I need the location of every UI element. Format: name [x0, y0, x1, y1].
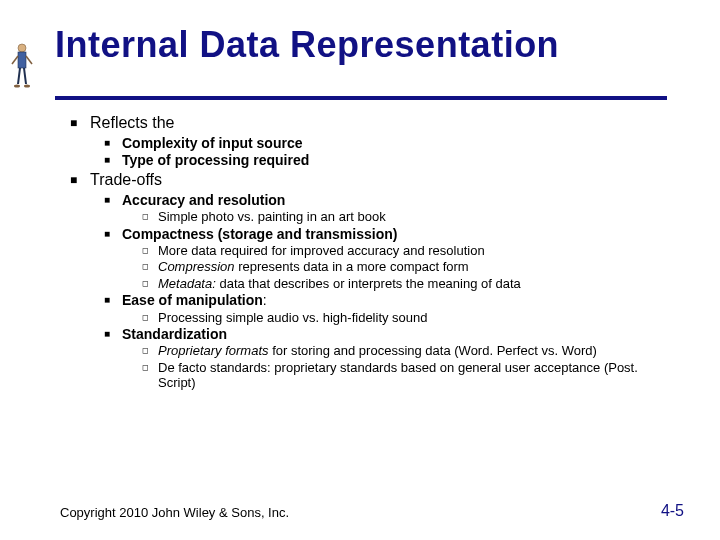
text-defacto: De facto standards: proprietary standard…	[158, 360, 638, 390]
text-standardization: Standardization	[122, 326, 227, 342]
bullet-ease: ■ Ease of manipulation:	[60, 292, 670, 309]
text-accuracy: Accuracy and resolution	[122, 192, 285, 208]
hollow-square-icon: ◻	[142, 363, 149, 372]
svg-rect-1	[18, 52, 26, 68]
square-bullet-icon: ■	[104, 294, 110, 306]
svg-line-2	[12, 56, 18, 64]
text-tradeoffs: Trade-offs	[90, 171, 162, 188]
footer-copyright: Copyright 2010 John Wiley & Sons, Inc.	[60, 505, 289, 520]
hollow-square-icon: ◻	[142, 346, 149, 355]
text-audio: Processing simple audio vs. high-fidelit…	[158, 310, 428, 325]
slide: Internal Data Representation ■ Reflects …	[0, 0, 720, 540]
svg-line-4	[18, 68, 20, 84]
text-metadata-em: Metadata:	[158, 276, 216, 291]
title-underline	[55, 96, 667, 100]
square-bullet-icon: ■	[104, 228, 110, 240]
bullet-moredata: ◻ More data required for improved accura…	[60, 243, 670, 258]
square-bullet-icon: ■	[104, 154, 110, 166]
bullet-defacto: ◻ De facto standards: proprietary standa…	[60, 360, 670, 391]
footer-page-number: 4-5	[661, 502, 684, 520]
text-proprietary-em: Proprietary formats	[158, 343, 269, 358]
bullet-reflects: ■ Reflects the	[60, 114, 670, 133]
text-compression-rest: represents data in a more compact form	[235, 259, 469, 274]
svg-line-3	[26, 56, 32, 64]
text-ease: Ease of manipulation	[122, 292, 263, 308]
text-photo: Simple photo vs. painting in an art book	[158, 209, 386, 224]
square-bullet-icon: ■	[70, 173, 77, 187]
svg-point-6	[14, 85, 20, 88]
bullet-proprietary: ◻ Proprietary formats for storing and pr…	[60, 343, 670, 358]
hollow-square-icon: ◻	[142, 279, 149, 288]
square-bullet-icon: ■	[70, 116, 77, 130]
hollow-square-icon: ◻	[142, 262, 149, 271]
slide-title: Internal Data Representation	[55, 24, 559, 66]
hollow-square-icon: ◻	[142, 246, 149, 255]
text-reflects: Reflects the	[90, 114, 174, 131]
square-bullet-icon: ■	[104, 194, 110, 206]
bullet-metadata: ◻ Metadata: data that describes or inter…	[60, 276, 670, 291]
bullet-audio: ◻ Processing simple audio vs. high-fidel…	[60, 310, 670, 325]
text-compression-em: Compression	[158, 259, 235, 274]
bullet-accuracy: ■ Accuracy and resolution	[60, 192, 670, 209]
hollow-square-icon: ◻	[142, 313, 149, 322]
slide-content: ■ Reflects the ■ Complexity of input sou…	[60, 112, 670, 391]
text-proprietary-rest: for storing and processing data (Word. P…	[269, 343, 597, 358]
hollow-square-icon: ◻	[142, 212, 149, 221]
square-bullet-icon: ■	[104, 137, 110, 149]
mascot-icon	[10, 42, 34, 92]
svg-point-0	[18, 44, 26, 52]
text-metadata-rest: data that describes or interprets the me…	[216, 276, 521, 291]
text-type: Type of processing required	[122, 152, 309, 168]
bullet-compression: ◻ Compression represents data in a more …	[60, 259, 670, 274]
bullet-complexity: ■ Complexity of input source	[60, 135, 670, 152]
bullet-type: ■ Type of processing required	[60, 152, 670, 169]
bullet-photo: ◻ Simple photo vs. painting in an art bo…	[60, 209, 670, 224]
bullet-tradeoffs: ■ Trade-offs	[60, 171, 670, 190]
svg-line-5	[24, 68, 26, 84]
bullet-compactness: ■ Compactness (storage and transmission)	[60, 226, 670, 243]
text-complexity: Complexity of input source	[122, 135, 302, 151]
square-bullet-icon: ■	[104, 328, 110, 340]
text-compactness: Compactness (storage and transmission)	[122, 226, 397, 242]
text-moredata: More data required for improved accuracy…	[158, 243, 485, 258]
bullet-standardization: ■ Standardization	[60, 326, 670, 343]
text-ease-colon: :	[263, 292, 267, 308]
svg-point-7	[24, 85, 30, 88]
